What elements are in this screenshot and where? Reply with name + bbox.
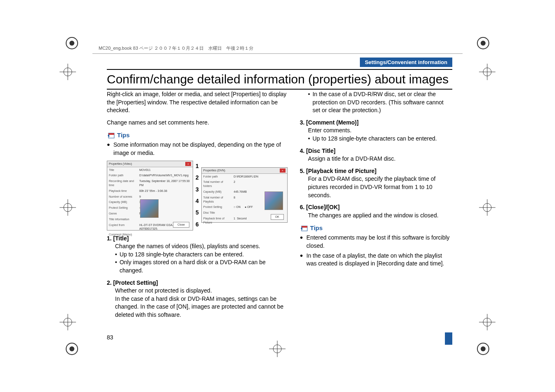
tip-text: In the case of a playlist, the date on w… [306,252,452,268]
registration-mark [64,341,80,357]
properties-dvn-dialog: Properties (DVN) × Folder pathD:\RDR1866… [201,167,288,223]
tip-item: ● In the case of a playlist, the date on… [300,252,452,268]
tip-item: ● Some information may not be displayed,… [107,141,288,157]
item-3: 3. [Comment (Memo)] Enter comments. Up t… [300,119,452,143]
field-label: Disc Title [203,211,232,215]
callout-1: 1 [196,162,199,171]
field-value[interactable]: 1 [234,217,235,225]
field-label: Protect Setting [109,206,138,210]
crop-mark [60,199,76,216]
thumbnail-image [140,199,159,218]
field-value: 00h 23' 55m - 3:06.38 [139,189,191,193]
tips-label: Tips [117,131,130,139]
field-label: Comment (Memo) [109,233,138,237]
item-4: 4. [Disc Title] Assign a title for a DVD… [300,147,452,163]
dialog-titlebar: Properties (Video) × [107,161,193,167]
registration-mark [475,35,491,51]
item-title: 5. [Playback time of Picture] [300,167,452,175]
crop-mark [479,64,495,80]
field-label: Protect Setting [203,205,232,209]
screenshot-group: Properties (Video) × TitleMOV011 Folder … [107,161,288,231]
field-label: Capacity (MB) [203,190,232,194]
intro-paragraph: Change names and set comments here. [107,119,288,127]
callout-6: 6 [196,221,199,229]
tips-label: Tips [310,224,323,232]
field-value: D:\RDR1866FL\DN [234,175,286,179]
radio-off[interactable]: ● OFF [244,205,253,209]
section-banner: Settings/Convenient information [360,58,452,67]
tips-heading: Tips [300,224,452,232]
field-label: Total number of folders [203,180,232,188]
svg-rect-30 [108,133,114,135]
close-icon[interactable]: × [185,162,191,166]
field-label: Playback time of Picture [203,217,232,225]
field-value: D:\data\PVR\Volume\MV1_MOV1.mpg [139,173,191,178]
tips-icon [300,224,308,232]
thumbnail-image [265,191,283,210]
svg-point-1 [69,41,74,46]
field-label: Recording date and time [109,179,138,187]
field-value: 2 [234,180,286,188]
ok-button[interactable]: OK [271,214,284,220]
tip-item: ● Entered comments may be lost if this s… [300,234,452,250]
bullet-icon [115,258,117,274]
properties-video-dialog: Properties (Video) × TitleMOV011 Folder … [107,161,193,231]
dialog-title-text: Properties (DVN) [203,168,225,173]
field-value: 9 [139,195,191,199]
bullet-icon [308,90,310,115]
item-body: Enter comments. [308,127,452,135]
callout-2: 2 [196,174,199,182]
item-body: The changes are applied and the window i… [308,212,452,220]
bullet-icon: ● [300,234,303,250]
svg-point-3 [481,41,486,46]
item-title: 4. [Disc Title] [300,147,452,155]
field-label: Playback time [109,189,138,193]
field-value: Tuesday, September 18, 2007 17:55:30 PM [139,179,191,187]
crop-mark [479,314,495,330]
item-body: In the case of a hard disk or DVD-RAM im… [115,295,288,319]
crop-mark [60,314,76,330]
intro-paragraph: Right-click an image, folder or media, a… [107,90,288,115]
tips-icon [107,131,115,139]
left-column: Right-click an image, folder or media, a… [107,90,288,319]
dialog-titlebar: Properties (DVN) × [202,168,287,174]
radio-on[interactable]: ○ ON [234,205,241,209]
callout-5: 5 [196,209,199,217]
item-body: Whether or not protected is displayed. [115,287,288,295]
bullet-icon [308,135,310,143]
close-button[interactable]: Close [173,222,189,228]
item-title: 3. [Comment (Memo)] [300,119,452,127]
field-label: Folder path [203,175,232,179]
registration-mark [64,35,80,51]
svg-rect-32 [302,226,307,228]
sub-item-text: Up to 128 single-byte characters can be … [120,251,244,259]
svg-point-25 [481,346,486,351]
item-body: For a DVD-RAM disc, specify the playback… [308,175,452,199]
field-value[interactable]: MOV011 [139,168,191,172]
field-label: Genre [109,212,138,216]
item-2: 2. [Protect Setting] Whether or not prot… [107,279,288,319]
field-label: Folder path [109,173,138,178]
item-body: Change the names of videos (files), play… [115,242,288,251]
field-label: Title [109,168,138,172]
field-label: Title information [109,217,138,221]
bullet-icon [115,251,117,259]
field-unit: Second [237,217,247,225]
sub-item-text: In the case of a DVD-R/RW disc, set or c… [313,90,452,115]
page-title: Confirm/change detailed information (pro… [107,69,452,90]
right-column: In the case of a DVD-R/RW disc, set or c… [300,90,452,319]
header-rule [92,53,463,54]
page-number: 83 [107,334,113,341]
item-5: 5. [Playback time of Picture] For a DVD-… [300,167,452,199]
callout-4: 4 [196,197,199,205]
item-6: 6. [Close]/[OK] The changes are applied … [300,203,452,219]
svg-point-23 [69,346,74,351]
item-title: 2. [Protect Setting] [107,279,288,287]
close-icon[interactable]: × [280,168,286,173]
sub-item-text: Up to 128 single-byte characters can be … [313,135,437,143]
field-label: Copied from [109,223,138,231]
dialog-title-text: Properties (Video) [109,162,132,166]
registration-mark [475,341,491,357]
callout-3: 3 [196,186,199,194]
crop-mark [269,341,286,357]
